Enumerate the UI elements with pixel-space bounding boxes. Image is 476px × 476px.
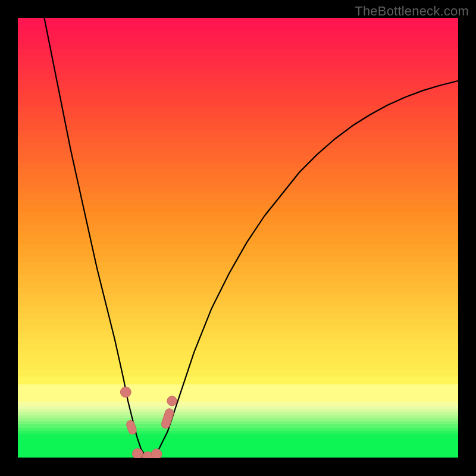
chart-frame: TheBottleneck.com: [0, 0, 476, 476]
bottleneck-curve: [44, 18, 458, 458]
bottom-left-dot: [132, 449, 143, 458]
plot-area: [18, 18, 458, 458]
left-mid-capsule: [126, 419, 137, 436]
curve-layer: [18, 18, 458, 458]
watermark-text: TheBottleneck.com: [355, 4, 469, 19]
svg-rect-0: [126, 419, 137, 436]
right-upper-dot: [167, 396, 177, 406]
left-upper-dot: [120, 387, 131, 397]
bottom-right-dot: [151, 449, 162, 458]
